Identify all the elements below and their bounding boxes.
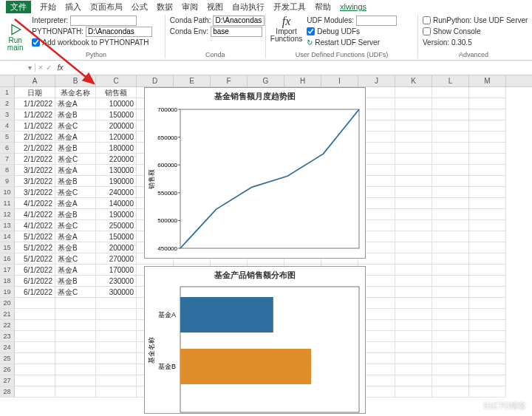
row-header[interactable]: 6 <box>0 143 15 154</box>
cell[interactable] <box>55 320 96 331</box>
cell[interactable] <box>395 198 432 209</box>
cell[interactable] <box>96 331 137 342</box>
cell[interactable] <box>395 143 432 154</box>
cell[interactable]: 130000 <box>96 165 137 176</box>
cell[interactable] <box>96 298 137 309</box>
row-header[interactable]: 7 <box>0 154 15 165</box>
menu-item-1[interactable]: 开始 <box>40 1 56 13</box>
cell[interactable] <box>395 231 432 242</box>
cell[interactable] <box>55 386 96 398</box>
cell[interactable] <box>469 253 506 265</box>
interpreter-input[interactable] <box>70 16 137 26</box>
cell[interactable] <box>15 364 55 375</box>
cell[interactable] <box>432 253 469 265</box>
cell[interactable] <box>432 120 469 132</box>
row-header[interactable]: 9 <box>0 176 15 187</box>
cell[interactable]: 4/1/2022 <box>15 220 55 231</box>
col-header-E[interactable]: E <box>174 75 211 86</box>
cell[interactable] <box>469 320 506 331</box>
cell[interactable] <box>15 386 55 398</box>
condaenv-input[interactable] <box>211 27 262 37</box>
cell[interactable] <box>395 276 432 287</box>
row-header[interactable]: 5 <box>0 132 15 143</box>
cell[interactable]: 基金C <box>55 253 96 265</box>
cell[interactable] <box>469 353 506 364</box>
cell[interactable] <box>55 353 96 364</box>
cell[interactable] <box>469 375 506 386</box>
cell[interactable] <box>432 265 469 276</box>
import-functions-button[interactable]: fx Import Functions <box>270 15 302 48</box>
cell[interactable] <box>469 187 506 198</box>
run-main-button[interactable]: Run main <box>3 15 27 58</box>
cell[interactable] <box>469 342 506 353</box>
row-header[interactable]: 16 <box>0 253 15 265</box>
col-header-G[interactable]: G <box>248 75 284 86</box>
cell[interactable] <box>395 87 432 98</box>
cell[interactable] <box>96 386 137 398</box>
cell[interactable] <box>469 120 506 132</box>
row-header[interactable]: 2 <box>0 98 15 109</box>
cell[interactable] <box>432 386 469 398</box>
cell[interactable] <box>432 87 469 98</box>
cell[interactable] <box>395 109 432 120</box>
cell[interactable]: 270000 <box>96 253 137 265</box>
cell[interactable]: 4/1/2022 <box>15 198 55 209</box>
cell[interactable] <box>432 298 469 309</box>
col-header-M[interactable]: M <box>469 75 506 86</box>
cell[interactable] <box>15 309 55 320</box>
cell[interactable] <box>395 386 432 398</box>
cell[interactable] <box>469 309 506 320</box>
cell[interactable] <box>432 309 469 320</box>
row-header[interactable]: 24 <box>0 342 15 353</box>
col-header-H[interactable]: H <box>284 75 321 86</box>
cell[interactable]: 基金B <box>55 176 96 187</box>
cell[interactable] <box>432 276 469 287</box>
cell[interactable] <box>395 220 432 231</box>
cell[interactable]: 100000 <box>96 98 137 109</box>
row-header[interactable]: 21 <box>0 309 15 320</box>
cell[interactable] <box>432 364 469 375</box>
chart-line-trend[interactable]: 基金销售额月度趋势图 45000050000055000060000065000… <box>144 87 366 259</box>
col-header-K[interactable]: K <box>395 75 432 86</box>
row-header[interactable]: 22 <box>0 320 15 331</box>
menu-item-8[interactable]: 自动执行 <box>232 1 265 13</box>
cell[interactable] <box>432 154 469 165</box>
cell[interactable] <box>469 242 506 253</box>
cell[interactable] <box>55 298 96 309</box>
accept-formula-icon[interactable]: ✓ <box>46 64 52 72</box>
cell[interactable]: 6/1/2022 <box>15 287 55 298</box>
udfmodules-input[interactable] <box>356 16 397 26</box>
cell[interactable]: 基金A <box>55 231 96 242</box>
cell[interactable] <box>395 242 432 253</box>
cell[interactable] <box>55 309 96 320</box>
row-header[interactable]: 4 <box>0 120 15 132</box>
cell[interactable]: 200000 <box>96 120 137 132</box>
fx-label[interactable]: fx <box>55 64 66 72</box>
cell[interactable] <box>395 132 432 143</box>
cell[interactable] <box>395 120 432 132</box>
restart-udf-button[interactable]: ↻ Restart UDF Server <box>307 37 397 48</box>
cell[interactable] <box>395 287 432 298</box>
cell[interactable] <box>432 331 469 342</box>
cell[interactable]: 150000 <box>96 231 137 242</box>
cell[interactable] <box>469 176 506 187</box>
cell[interactable]: 基金B <box>55 276 96 287</box>
cell[interactable]: 2/1/2022 <box>15 132 55 143</box>
menu-item-3[interactable]: 页面布局 <box>90 1 123 13</box>
menu-item-5[interactable]: 数据 <box>157 1 173 13</box>
col-header-D[interactable]: D <box>137 75 174 86</box>
cell[interactable] <box>96 353 137 364</box>
row-header[interactable]: 19 <box>0 287 15 298</box>
row-header[interactable]: 18 <box>0 276 15 287</box>
cell[interactable]: 1/1/2022 <box>15 120 55 132</box>
cell[interactable] <box>15 353 55 364</box>
cell[interactable]: 190000 <box>96 209 137 220</box>
cell[interactable]: 基金A <box>55 132 96 143</box>
cell[interactable]: 6/1/2022 <box>15 265 55 276</box>
row-header[interactable]: 8 <box>0 165 15 176</box>
col-header-J[interactable]: J <box>358 75 395 86</box>
cell[interactable] <box>15 331 55 342</box>
row-header[interactable]: 3 <box>0 109 15 120</box>
cell[interactable] <box>395 98 432 109</box>
runpython-checkbox[interactable] <box>423 16 431 24</box>
